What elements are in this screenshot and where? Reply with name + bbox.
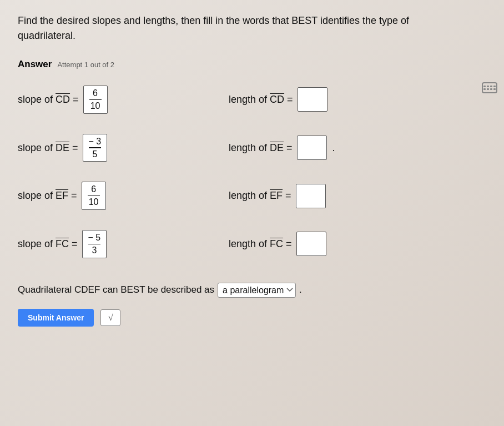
slope-CD-numerator: 6 [93,88,98,98]
instructions: Find the desired slopes and lengths, the… [18,13,486,43]
slope-of-CD-label: slope of CD = [18,94,79,106]
rows-container: slope of CD = 6 10 length of CD = slope … [18,86,486,278]
keyboard-icon[interactable] [482,82,497,93]
fraction-line [88,244,101,245]
check-box[interactable]: √ [100,309,120,326]
submit-button[interactable]: Submit Answer [18,309,94,327]
slope-FC-numerator: − 5 [88,233,101,243]
instruction-line2: quadrilateral. [18,30,75,41]
bottom-section: Quadrilateral CDEF can BEST be described… [18,283,486,327]
slope-left-FC: slope of FC = − 5 3 [18,230,206,258]
fraction-line [88,196,100,197]
quadrilateral-dropdown[interactable]: a parallelogram a rectangle a rhombus a … [218,283,296,298]
quad-period: . [299,284,302,295]
slope-of-DE-label: slope of DE = [18,142,78,154]
dropdown-container[interactable]: a parallelogram a rectangle a rhombus a … [218,283,296,298]
slope-row-DE: slope of DE = − 3 5 length of DE = . [18,134,486,162]
check-icon: √ [108,313,113,323]
length-right-DE: length of DE = . [229,136,335,160]
length-CD-input[interactable] [298,87,327,112]
length-EF-input[interactable] [296,184,326,208]
slope-CD-fraction: 6 10 [83,86,108,114]
slope-of-FC-label: slope of FC = [18,238,78,250]
slope-row-CD: slope of CD = 6 10 length of CD = [18,86,486,114]
length-right-CD: length of CD = [229,87,327,112]
length-FC-input[interactable] [296,232,326,256]
instruction-line1: Find the desired slopes and lengths, the… [18,15,409,26]
slope-FC-fraction: − 5 3 [82,230,107,258]
slope-EF-fraction: 6 10 [82,182,106,210]
fraction-line [89,99,102,101]
answer-header: Answer Attempt 1 out of 2 [18,59,486,70]
period-DE: . [332,142,335,154]
slope-left-EF: slope of EF = 6 10 [18,182,206,210]
slope-CD-denominator: 10 [90,101,100,111]
attempt-label: Attempt 1 out of 2 [57,61,114,69]
slope-EF-numerator: 6 [91,184,96,194]
slope-left-DE: slope of DE = − 3 5 [18,134,206,162]
quad-prefix: Quadrilateral CDEF can BEST be described… [18,284,214,295]
slope-row-EF: slope of EF = 6 10 length of EF = [18,182,486,210]
length-right-FC: length of FC = [229,232,326,256]
length-DE-input[interactable] [297,136,327,160]
length-right-EF: length of EF = [229,184,326,208]
slope-left-CD: slope of CD = 6 10 [18,86,206,114]
submit-row: Submit Answer √ [18,309,486,327]
slope-of-EF-label: slope of EF = [18,190,77,202]
quadrilateral-line: Quadrilateral CDEF can BEST be described… [18,283,486,298]
answer-label: Answer [18,59,52,70]
slope-DE-fraction: − 3 5 [83,134,108,162]
page: Find the desired slopes and lengths, the… [0,0,504,426]
slope-row-FC: slope of FC = − 5 3 length of FC = [18,230,486,258]
length-of-DE-label: length of DE = [229,142,293,154]
length-of-CD-label: length of CD = [229,94,293,106]
slope-FC-denominator: 3 [92,245,97,255]
fraction-line [89,147,102,148]
slope-DE-denominator: 5 [92,149,97,159]
length-of-EF-label: length of EF = [229,190,291,202]
slope-EF-denominator: 10 [89,197,99,207]
length-of-FC-label: length of FC = [229,238,292,250]
slope-DE-numerator: − 3 [89,137,102,147]
